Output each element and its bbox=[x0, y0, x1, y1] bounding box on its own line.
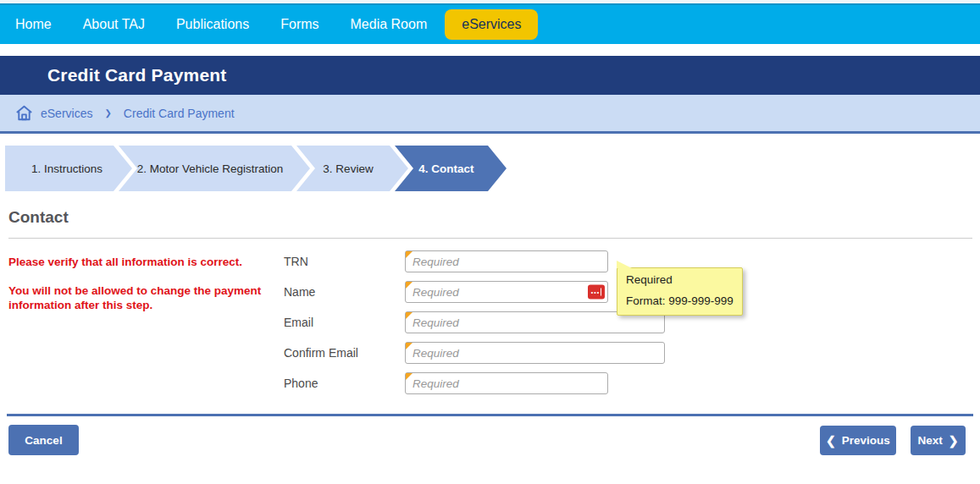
nav-item-publications[interactable]: Publications bbox=[176, 17, 249, 32]
chevron-right-icon: ❯ bbox=[949, 434, 959, 448]
wizard-step-contact[interactable]: 4. Contact bbox=[395, 146, 507, 191]
chevron-left-icon: ❮ bbox=[826, 434, 836, 448]
tooltip-format-text: Format: 999-999-999 bbox=[626, 294, 734, 307]
page-header: Credit Card Payment bbox=[0, 56, 980, 95]
breadcrumb-item-credit-card-payment[interactable]: Credit Card Payment bbox=[124, 107, 235, 120]
trn-label: TRN bbox=[284, 255, 405, 268]
previous-button[interactable]: ❮ Previous bbox=[820, 426, 896, 455]
form-row-confirm-email: Confirm Email bbox=[284, 342, 665, 364]
name-input-wrap: ••• bbox=[405, 281, 608, 303]
cancel-button-label: Cancel bbox=[25, 434, 62, 447]
email-label: Email bbox=[284, 316, 405, 329]
nav-item-eservices[interactable]: eServices bbox=[445, 9, 538, 40]
section-title: Contact bbox=[8, 208, 69, 227]
wizard-step-review[interactable]: 3. Review bbox=[296, 146, 408, 191]
form-row-name: Name ••• bbox=[284, 281, 665, 303]
footer-divider bbox=[7, 414, 973, 416]
trn-input-wrap bbox=[405, 250, 608, 272]
form-row-phone: Phone bbox=[284, 372, 665, 394]
section-divider bbox=[8, 238, 972, 239]
breadcrumb-item-eservices[interactable]: eServices bbox=[41, 107, 92, 120]
validation-tooltip: Required Format: 999-999-999 bbox=[617, 267, 743, 316]
nav-item-media-room[interactable]: Media Room bbox=[351, 17, 428, 32]
phone-input-wrap bbox=[405, 372, 608, 394]
warning-messages: Please verify that all information is co… bbox=[8, 255, 291, 327]
wizard-step-motor-vehicle-registration[interactable]: 2. Motor Vehicle Registration bbox=[119, 146, 310, 191]
wizard-step-label: 4. Contact bbox=[418, 162, 473, 175]
previous-button-label: Previous bbox=[842, 434, 890, 447]
page-title: Credit Card Payment bbox=[47, 65, 227, 85]
confirm-email-label: Confirm Email bbox=[284, 346, 405, 360]
form-row-trn: TRN bbox=[284, 250, 665, 272]
mask-dots-glyph: ••• bbox=[591, 289, 600, 295]
phone-label: Phone bbox=[284, 377, 405, 390]
warning-no-change: You will not be allowed to change the pa… bbox=[8, 283, 291, 313]
chevron-right-icon: ❯ bbox=[104, 108, 111, 118]
next-button-label: Next bbox=[918, 434, 943, 447]
input-mask-icon[interactable]: ••• bbox=[588, 285, 605, 300]
wizard-step-label: 3. Review bbox=[323, 162, 373, 175]
home-icon[interactable] bbox=[15, 105, 33, 121]
confirm-email-input[interactable] bbox=[405, 342, 665, 364]
warning-verify-info: Please verify that all information is co… bbox=[8, 255, 291, 270]
contact-form: TRN Name ••• Email Confirm Email Phone bbox=[284, 250, 665, 403]
form-row-email: Email bbox=[284, 311, 665, 333]
trn-input[interactable] bbox=[405, 250, 608, 272]
phone-input[interactable] bbox=[405, 372, 608, 394]
top-nav: Home About TAJ Publications Forms Media … bbox=[0, 0, 980, 44]
name-label: Name bbox=[284, 285, 405, 299]
wizard-step-label: 2. Motor Vehicle Registration bbox=[137, 162, 284, 175]
wizard-step-instructions[interactable]: 1. Instructions bbox=[5, 146, 132, 191]
wizard-step-label: 1. Instructions bbox=[31, 162, 102, 175]
nav-item-home[interactable]: Home bbox=[15, 17, 52, 32]
name-input[interactable] bbox=[405, 281, 608, 303]
step-wizard: 1. Instructions 2. Motor Vehicle Registr… bbox=[5, 146, 493, 191]
breadcrumb: eServices ❯ Credit Card Payment bbox=[0, 95, 980, 134]
nav-item-forms[interactable]: Forms bbox=[280, 17, 318, 32]
nav-item-about-taj[interactable]: About TAJ bbox=[83, 17, 145, 32]
tooltip-required-text: Required bbox=[626, 273, 734, 286]
confirm-email-input-wrap bbox=[405, 342, 665, 364]
cancel-button[interactable]: Cancel bbox=[8, 425, 79, 455]
next-button[interactable]: Next ❯ bbox=[911, 426, 966, 455]
